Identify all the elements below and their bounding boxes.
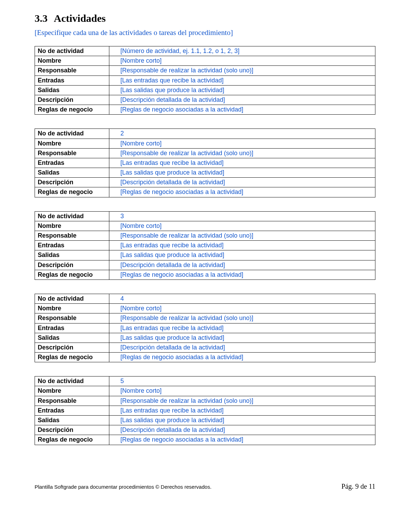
row-value-no: 2 (109, 129, 375, 139)
row-label-entradas: Entradas (35, 406, 109, 415)
row-label-salidas: Salidas (35, 250, 109, 260)
row-label-reglas: Reglas de negocio (35, 353, 109, 362)
row-value-entradas: [Las entradas que recibe la actividad] (109, 76, 375, 85)
row-value-nombre: [Nombre corto] (109, 221, 375, 231)
row-value-descripcion: [Descripción detallada de la actividad] (109, 95, 375, 105)
row-label-reglas: Reglas de negocio (35, 270, 109, 280)
table-row: Reglas de negocio[Reglas de negocio asoc… (35, 187, 375, 197)
table-row: Entradas[Las entradas que recibe la acti… (35, 241, 375, 250)
row-value-salidas: [Las salidas que produce la actividad] (109, 250, 375, 260)
row-value-salidas: [Las salidas que produce la actividad] (109, 333, 375, 343)
table-row: Nombre[Nombre corto] (35, 221, 375, 231)
row-label-entradas: Entradas (35, 158, 109, 168)
row-value-responsable: [Responsable de realizar la actividad (s… (109, 231, 375, 241)
row-label-salidas: Salidas (35, 416, 109, 425)
row-label-nombre: Nombre (35, 304, 109, 313)
row-value-entradas: [Las entradas que recibe la actividad] (109, 158, 375, 168)
table-row: Responsable[Responsable de realizar la a… (35, 313, 375, 323)
row-value-no: 5 (109, 376, 375, 386)
row-value-reglas: [Reglas de negocio asociadas a la activi… (109, 187, 375, 197)
activity-table: No de actividad4Nombre[Nombre corto]Resp… (35, 294, 375, 362)
table-row: Reglas de negocio[Reglas de negocio asoc… (35, 353, 375, 362)
table-row: Responsable[Responsable de realizar la a… (35, 148, 375, 158)
row-label-no: No de actividad (35, 294, 109, 303)
row-label-no: No de actividad (35, 46, 109, 56)
row-value-nombre: [Nombre corto] (109, 386, 375, 396)
row-label-reglas: Reglas de negocio (35, 435, 109, 445)
row-label-entradas: Entradas (35, 241, 109, 250)
row-value-nombre: [Nombre corto] (109, 139, 375, 148)
row-label-responsable: Responsable (35, 66, 109, 76)
table-row: Entradas[Las entradas que recibe la acti… (35, 158, 375, 168)
row-value-nombre: [Nombre corto] (109, 304, 375, 313)
row-label-reglas: Reglas de negocio (35, 105, 109, 115)
table-row: No de actividad2 (35, 129, 375, 139)
row-value-nombre: [Nombre corto] (109, 56, 375, 66)
row-label-no: No de actividad (35, 376, 109, 386)
row-label-responsable: Responsable (35, 313, 109, 323)
activity-table: No de actividad3Nombre[Nombre corto]Resp… (35, 211, 375, 280)
row-label-entradas: Entradas (35, 76, 109, 85)
row-value-responsable: [Responsable de realizar la actividad (s… (109, 66, 375, 76)
row-value-responsable: [Responsable de realizar la actividad (s… (109, 148, 375, 158)
row-value-reglas: [Reglas de negocio asociadas a la activi… (109, 435, 375, 445)
row-label-descripcion: Descripción (35, 425, 109, 435)
table-row: Descripción[Descripción detallada de la … (35, 95, 375, 105)
table-row: Reglas de negocio[Reglas de negocio asoc… (35, 270, 375, 280)
table-row: Reglas de negocio[Reglas de negocio asoc… (35, 435, 375, 445)
row-label-reglas: Reglas de negocio (35, 187, 109, 197)
row-label-salidas: Salidas (35, 85, 109, 95)
row-label-descripcion: Descripción (35, 95, 109, 105)
section-number: 3.3 (35, 12, 48, 24)
row-value-responsable: [Responsable de realizar la actividad (s… (109, 396, 375, 406)
activity-table: No de actividad2Nombre[Nombre corto]Resp… (35, 128, 375, 197)
table-row: Salidas[Las salidas que produce la activ… (35, 333, 375, 343)
row-label-salidas: Salidas (35, 333, 109, 343)
row-value-reglas: [Reglas de negocio asociadas a la activi… (109, 353, 375, 362)
table-row: Salidas[Las salidas que produce la activ… (35, 85, 375, 95)
row-label-no: No de actividad (35, 129, 109, 139)
table-row: Salidas[Las salidas que produce la activ… (35, 250, 375, 260)
table-row: Reglas de negocio[Reglas de negocio asoc… (35, 105, 375, 115)
row-label-nombre: Nombre (35, 56, 109, 66)
table-row: Nombre[Nombre corto] (35, 386, 375, 396)
row-value-reglas: [Reglas de negocio asociadas a la activi… (109, 105, 375, 115)
activity-table: No de actividad5Nombre[Nombre corto]Resp… (35, 376, 375, 445)
row-label-responsable: Responsable (35, 396, 109, 406)
row-value-entradas: [Las entradas que recibe la actividad] (109, 241, 375, 250)
row-value-descripcion: [Descripción detallada de la actividad] (109, 425, 375, 435)
table-row: Entradas[Las entradas que recibe la acti… (35, 406, 375, 415)
table-row: Entradas[Las entradas que recibe la acti… (35, 323, 375, 333)
table-row: No de actividad3 (35, 211, 375, 221)
table-row: Responsable[Responsable de realizar la a… (35, 66, 375, 76)
row-label-salidas: Salidas (35, 168, 109, 178)
table-row: Descripción[Descripción detallada de la … (35, 178, 375, 187)
table-row: Nombre[Nombre corto] (35, 304, 375, 313)
row-label-no: No de actividad (35, 211, 109, 221)
page-footer: Plantilla Softgrade para documentar proc… (35, 482, 375, 490)
row-value-responsable: [Responsable de realizar la actividad (s… (109, 313, 375, 323)
row-value-no: [Número de actividad, ej. 1.1, 1.2, o 1,… (109, 46, 375, 56)
row-label-responsable: Responsable (35, 231, 109, 241)
row-value-descripcion: [Descripción detallada de la actividad] (109, 343, 375, 352)
row-value-entradas: [Las entradas que recibe la actividad] (109, 323, 375, 333)
table-row: Responsable[Responsable de realizar la a… (35, 396, 375, 406)
row-value-no: 4 (109, 294, 375, 303)
table-row: Descripción[Descripción detallada de la … (35, 343, 375, 352)
row-value-entradas: [Las entradas que recibe la actividad] (109, 406, 375, 415)
table-row: Descripción[Descripción detallada de la … (35, 260, 375, 270)
table-row: No de actividad[Número de actividad, ej.… (35, 46, 375, 56)
row-value-salidas: [Las salidas que produce la actividad] (109, 85, 375, 95)
row-value-salidas: [Las salidas que produce la actividad] (109, 416, 375, 425)
section-heading: 3.3Actividades (35, 12, 375, 24)
row-value-descripcion: [Descripción detallada de la actividad] (109, 260, 375, 270)
section-instruction: [Especifique cada una de las actividades… (35, 28, 375, 37)
section-title: Actividades (54, 12, 106, 24)
activity-table: No de actividad[Número de actividad, ej.… (35, 46, 375, 115)
table-row: No de actividad5 (35, 376, 375, 386)
footer-copyright: Plantilla Softgrade para documentar proc… (35, 484, 211, 490)
row-label-nombre: Nombre (35, 386, 109, 396)
table-row: Descripción[Descripción detallada de la … (35, 425, 375, 435)
row-label-entradas: Entradas (35, 323, 109, 333)
table-row: Nombre[Nombre corto] (35, 56, 375, 66)
